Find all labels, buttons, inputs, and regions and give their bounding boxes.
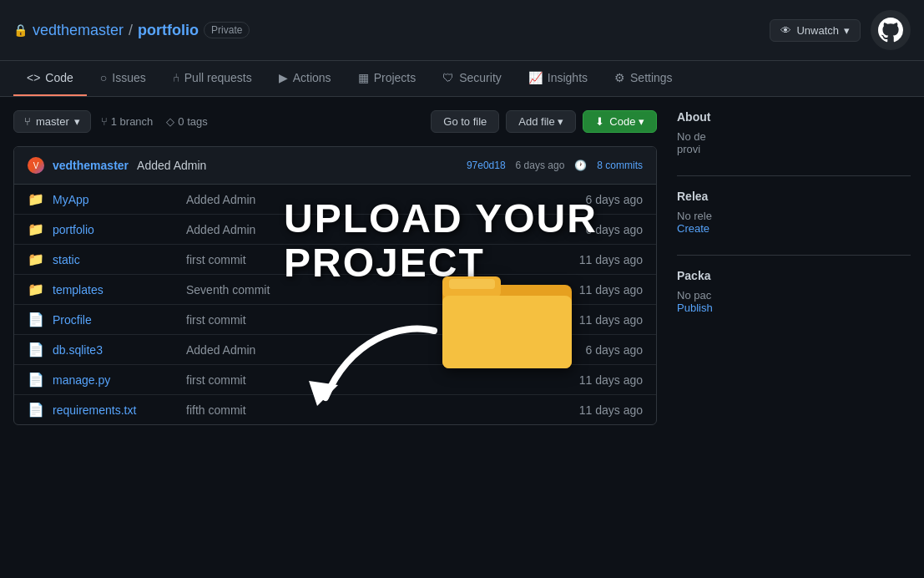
table-row[interactable]: 📁 static first commit 11 days ago: [14, 245, 656, 275]
file-commit: first commit: [186, 253, 579, 266]
tab-actions[interactable]: ▶ Actions: [265, 61, 345, 96]
chevron-down-icon: ▾: [74, 115, 80, 128]
about-title: About: [677, 110, 911, 124]
file-name[interactable]: requirements.txt: [53, 403, 186, 417]
file-time: 11 days ago: [579, 253, 643, 266]
file-commit: first commit: [186, 373, 579, 387]
commit-header: V vedthemaster Added Admin 97e0d18 6 day…: [14, 147, 656, 185]
file-name[interactable]: static: [53, 253, 186, 266]
file-commit: fifth commit: [186, 403, 579, 417]
packages-section: Packa No pac Publish: [677, 269, 911, 314]
tab-projects[interactable]: ▦ Projects: [345, 61, 430, 96]
tab-code-label: Code: [45, 71, 73, 84]
unwatch-label: Unwatch: [796, 24, 839, 37]
packages-text: No pac: [677, 289, 911, 302]
table-row[interactable]: 📁 portfolio Added Admin 6 days ago: [14, 215, 656, 245]
file-time: 6 days ago: [586, 343, 644, 357]
file-commit: first commit: [186, 313, 579, 327]
commit-meta: 97e0d18 6 days ago 🕐 8 commits: [467, 160, 643, 171]
commit-time: 6 days ago: [516, 160, 565, 171]
main-content: ⑂ master ▾ ⑂ 1 branch ◇ 0 tags Go to fil…: [0, 97, 924, 439]
branch-selector[interactable]: ⑂ master ▾: [13, 110, 91, 133]
table-row[interactable]: 📄 requirements.txt fifth commit 11 days …: [14, 395, 656, 424]
tag-icon: ◇: [166, 115, 174, 128]
sidebar: About No deprovi Relea No rele Create Pa…: [677, 110, 911, 425]
packages-publish-link[interactable]: Publish: [677, 302, 713, 314]
repo-owner[interactable]: vedthemaster: [33, 22, 124, 39]
commit-author[interactable]: vedthemaster: [53, 159, 129, 172]
folder-icon: 📁: [28, 281, 44, 297]
repo-slash: /: [129, 22, 133, 39]
tab-actions-label: Actions: [293, 71, 331, 84]
repo-title: 🔒 vedthemaster / portfolio Private: [13, 22, 250, 39]
file-name[interactable]: MyApp: [53, 193, 186, 206]
tab-settings[interactable]: ⚙ Settings: [601, 61, 686, 96]
pull-requests-icon: ⑃: [173, 71, 179, 84]
tab-pull-requests-label: Pull requests: [184, 71, 252, 84]
file-time: 11 days ago: [579, 403, 643, 417]
code-icon: <>: [27, 71, 40, 84]
avatar: V: [28, 157, 44, 174]
tag-count-link[interactable]: ◇ 0 tags: [166, 115, 207, 128]
file-name[interactable]: templates: [53, 283, 186, 297]
folder-icon: 📁: [28, 191, 44, 207]
divider-2: [677, 255, 911, 256]
releases-section: Relea No rele Create: [677, 190, 911, 235]
table-row[interactable]: 📄 Procfile first commit 11 days ago: [14, 305, 656, 335]
commit-hash[interactable]: 97e0d18: [467, 160, 506, 171]
tab-insights[interactable]: 📈 Insights: [515, 61, 601, 96]
file-commit: Added Admin: [186, 343, 586, 357]
lock-icon: 🔒: [13, 23, 28, 37]
file-icon: 📄: [28, 372, 44, 388]
file-time: 6 days ago: [586, 223, 644, 236]
file-commit: Added Admin: [186, 193, 586, 206]
unwatch-button[interactable]: 👁 Unwatch ▾: [770, 19, 861, 42]
tab-security-label: Security: [459, 71, 502, 84]
top-bar: 🔒 vedthemaster / portfolio Private 👁 Unw…: [0, 0, 924, 61]
action-buttons: Go to file Add file ▾ ⬇ Code ▾: [431, 110, 657, 133]
releases-create-link[interactable]: Create: [677, 222, 709, 235]
file-name[interactable]: db.sqlite3: [53, 343, 186, 357]
security-icon: 🛡: [442, 71, 454, 84]
tab-pull-requests[interactable]: ⑃ Pull requests: [159, 61, 265, 96]
commits-count-link[interactable]: 8 commits: [597, 160, 643, 171]
insights-icon: 📈: [528, 71, 543, 84]
tab-code[interactable]: <> Code: [13, 61, 87, 96]
branch-fork-icon: ⑂: [101, 115, 108, 128]
branch-icon: ⑂: [24, 115, 31, 128]
branch-count-link[interactable]: ⑂ 1 branch: [101, 115, 154, 128]
eye-icon: 👁: [780, 24, 791, 37]
file-commit: Seventh commit: [186, 283, 579, 297]
tab-issues[interactable]: ○ Issues: [87, 61, 159, 96]
tab-projects-label: Projects: [374, 71, 417, 84]
about-section: About No deprovi: [677, 110, 911, 155]
file-icon: 📄: [28, 312, 44, 327]
download-icon: ⬇: [595, 115, 604, 128]
private-badge: Private: [204, 22, 250, 38]
packages-title: Packa: [677, 269, 911, 282]
add-file-button[interactable]: Add file ▾: [506, 110, 576, 133]
repo-name[interactable]: portfolio: [138, 22, 199, 39]
folder-icon: 📁: [28, 221, 44, 237]
file-icon: 📄: [28, 402, 44, 418]
file-time: 6 days ago: [586, 193, 644, 206]
table-row[interactable]: 📁 templates Seventh commit 11 days ago: [14, 275, 656, 305]
file-name[interactable]: portfolio: [53, 223, 186, 236]
file-table: V vedthemaster Added Admin 97e0d18 6 day…: [13, 146, 657, 425]
file-name[interactable]: Procfile: [53, 313, 186, 327]
table-row[interactable]: 📄 manage.py first commit 11 days ago: [14, 365, 656, 395]
table-row[interactable]: 📁 MyApp Added Admin 6 days ago: [14, 185, 656, 215]
table-row[interactable]: 📄 db.sqlite3 Added Admin 6 days ago: [14, 335, 656, 365]
file-icon: 📄: [28, 342, 44, 357]
tab-security[interactable]: 🛡 Security: [429, 61, 515, 96]
tab-settings-label: Settings: [630, 71, 673, 84]
file-name[interactable]: manage.py: [53, 373, 186, 387]
clock-icon: 🕐: [574, 160, 587, 171]
projects-icon: ▦: [358, 71, 369, 84]
file-time: 11 days ago: [579, 313, 643, 327]
tab-issues-label: Issues: [112, 71, 145, 84]
goto-file-button[interactable]: Go to file: [431, 110, 499, 133]
tab-insights-label: Insights: [548, 71, 588, 84]
code-button[interactable]: ⬇ Code ▾: [583, 110, 657, 133]
releases-title: Relea: [677, 190, 911, 203]
